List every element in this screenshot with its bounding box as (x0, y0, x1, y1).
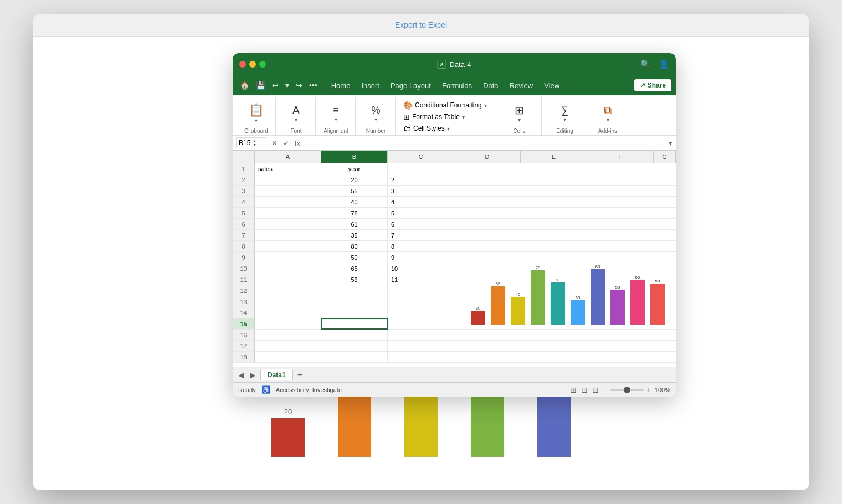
cell-c17[interactable] (388, 341, 454, 351)
share-icon[interactable]: 👤 (659, 59, 669, 69)
cell-c16[interactable] (388, 330, 454, 340)
tab-next-button[interactable]: ▶ (248, 371, 258, 379)
cell-c18[interactable] (388, 352, 454, 362)
col-header-g[interactable]: G (654, 151, 676, 163)
cell-a2[interactable] (255, 174, 321, 185)
cell-b14[interactable] (321, 307, 388, 318)
undo-dropdown-icon[interactable]: ▾ (283, 79, 292, 92)
formula-expand-button[interactable]: ▾ (669, 139, 672, 147)
cell-a16[interactable] (255, 330, 321, 340)
cell-a3[interactable] (255, 186, 321, 196)
cell-b4[interactable]: 40 (321, 197, 388, 207)
cell-c8[interactable]: 8 (388, 241, 454, 251)
format-as-table-button[interactable]: ⊞ Format as Table ▾ (401, 111, 491, 122)
cell-a9[interactable] (255, 252, 321, 263)
cell-a15[interactable] (255, 318, 321, 329)
cell-c3[interactable]: 3 (388, 186, 454, 196)
cell-c13[interactable] (388, 296, 454, 307)
cell-b16[interactable] (321, 330, 388, 340)
minimize-button[interactable] (249, 61, 256, 68)
page-layout-view-button[interactable]: ⊡ (581, 385, 588, 394)
cell-c7[interactable]: 7 (388, 230, 454, 240)
menu-item-insert[interactable]: Insert (357, 79, 384, 92)
col-header-d[interactable]: D (454, 151, 521, 163)
close-button[interactable] (239, 61, 246, 68)
col-header-a[interactable]: A (255, 151, 321, 163)
cell-c11[interactable]: 11 (388, 274, 454, 285)
sheet-tab-data1[interactable]: Data1 (260, 369, 293, 380)
cell-a17[interactable] (255, 341, 321, 351)
cell-a8[interactable] (255, 241, 321, 251)
insert-function-button[interactable]: fx (293, 138, 302, 148)
cell-b15[interactable] (321, 318, 388, 329)
conditional-formatting-button[interactable]: 🎨 Conditional Formatting ▾ (401, 100, 491, 111)
menu-item-review[interactable]: Review (505, 79, 538, 92)
cell-c5[interactable]: 5 (388, 208, 454, 218)
cell-a11[interactable] (255, 274, 321, 285)
cell-c6[interactable]: 6 (388, 219, 454, 229)
cell-c9[interactable]: 9 (388, 252, 454, 263)
cell-a18[interactable] (255, 352, 321, 362)
menu-item-formulas[interactable]: Formulas (438, 79, 476, 92)
cell-a10[interactable] (255, 263, 321, 274)
col-header-c[interactable]: C (388, 151, 454, 163)
cell-b5[interactable]: 78 (321, 208, 388, 218)
cell-styles-button[interactable]: 🗂 Cell Styles ▾ (401, 123, 491, 134)
cell-b10[interactable]: 65 (321, 263, 388, 274)
menu-item-pagelayout[interactable]: Page Layout (386, 79, 435, 92)
cell-b2[interactable]: 20 (321, 174, 388, 185)
home-nav-icon[interactable]: 🏠 (237, 79, 252, 92)
col-header-f[interactable]: F (587, 151, 654, 163)
more-icon[interactable]: ••• (306, 79, 320, 92)
number-button[interactable]: % ▾ (368, 102, 383, 125)
cell-b3[interactable]: 55 (321, 186, 388, 196)
cell-c15[interactable] (388, 318, 454, 329)
normal-view-button[interactable]: ⊞ (570, 385, 577, 394)
cell-b18[interactable] (321, 352, 388, 362)
cell-b11[interactable]: 59 (321, 274, 388, 285)
cell-a13[interactable] (255, 296, 321, 307)
cell-c12[interactable] (388, 285, 454, 296)
cell-c1[interactable] (388, 163, 454, 174)
addins-button[interactable]: ⧉ ▾ (600, 102, 615, 125)
font-button[interactable]: A ▾ (289, 102, 303, 125)
cell-a6[interactable] (255, 219, 321, 229)
menu-item-home[interactable]: Home (327, 79, 355, 92)
accessibility-status[interactable]: Accessibility: Investigate (276, 387, 342, 393)
page-break-view-button[interactable]: ⊟ (592, 385, 599, 394)
redo-icon[interactable]: ↪ (293, 79, 305, 92)
cell-reference-box[interactable]: B15 ▲ ▼ (236, 137, 266, 148)
clipboard-button[interactable]: 📋 ▾ (245, 101, 267, 126)
cell-ref-up[interactable]: ▲ (253, 139, 256, 143)
cell-b6[interactable]: 61 (321, 219, 388, 229)
zoom-out-button[interactable]: − (603, 385, 608, 394)
add-sheet-button[interactable]: + (295, 370, 305, 380)
cell-c4[interactable]: 4 (388, 197, 454, 207)
col-header-e[interactable]: E (521, 151, 587, 163)
zoom-in-button[interactable]: + (646, 385, 650, 394)
formula-input[interactable] (305, 138, 665, 148)
search-icon[interactable]: 🔍 (640, 59, 651, 69)
cell-b7[interactable]: 35 (321, 230, 388, 240)
undo-icon[interactable]: ↩ (269, 79, 281, 92)
tab-prev-button[interactable]: ◀ (236, 371, 247, 379)
cell-c14[interactable] (388, 307, 454, 318)
cell-a14[interactable] (255, 307, 321, 318)
cell-a12[interactable] (255, 285, 321, 296)
alignment-button[interactable]: ≡ ▾ (330, 102, 342, 125)
cell-c2[interactable]: 2 (388, 174, 454, 185)
maximize-button[interactable] (259, 61, 266, 68)
cell-a1[interactable]: sales (255, 163, 321, 174)
confirm-formula-button[interactable]: ✓ (281, 138, 291, 148)
cell-b12[interactable] (321, 285, 388, 296)
zoom-slider[interactable] (610, 389, 644, 391)
save-icon[interactable]: 💾 (253, 79, 268, 92)
cell-ref-down[interactable]: ▼ (253, 143, 256, 147)
col-header-b[interactable]: B (321, 151, 388, 163)
cancel-formula-button[interactable]: ✕ (270, 138, 279, 148)
cell-b17[interactable] (321, 341, 388, 351)
cells-button[interactable]: ⊞ ▾ (511, 101, 527, 125)
cell-b1[interactable]: year (321, 163, 388, 174)
cell-a4[interactable] (255, 197, 321, 207)
cell-c10[interactable]: 10 (388, 263, 454, 274)
